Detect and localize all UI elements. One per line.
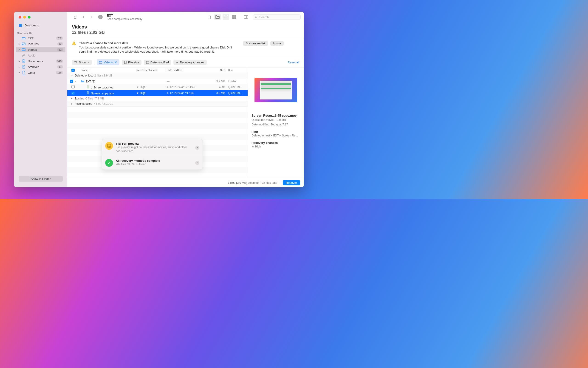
- header-date[interactable]: Date modified: [167, 69, 210, 72]
- group-deleted-lost[interactable]: ▼ Deleted or lost - 2 files / 3,9 MB: [67, 73, 248, 78]
- svg-point-29: [75, 61, 75, 62]
- file-size-filter[interactable]: File size: [122, 60, 141, 65]
- window-controls: [14, 12, 67, 22]
- scan-entire-disk-button[interactable]: Scan entire disk: [243, 41, 268, 46]
- sidebar-item-ext[interactable]: EXT 702: [16, 35, 65, 41]
- videos-filter-label: Videos: [104, 61, 113, 64]
- row-date: —: [167, 80, 210, 83]
- recovery-chances-filter[interactable]: ★ Recovery chances: [174, 60, 207, 65]
- preview-thumbnail[interactable]: [255, 78, 297, 102]
- videos-filter[interactable]: Videos ✕: [97, 59, 119, 65]
- ignore-button[interactable]: Ignore: [270, 41, 284, 46]
- header-recovery[interactable]: Recovery chances: [137, 69, 167, 72]
- sort-asc-icon: ⌃: [89, 69, 91, 72]
- preview-recovery-value: High: [255, 145, 261, 148]
- show-in-finder-button[interactable]: Show in Finder: [18, 176, 63, 182]
- sidebar-item-documents[interactable]: ▶ Documents 549: [16, 58, 65, 64]
- header-kind[interactable]: Kind: [227, 69, 248, 72]
- toggle-panel-button[interactable]: [243, 14, 249, 20]
- star-icon: ★: [176, 61, 178, 64]
- document-icon: [22, 59, 26, 63]
- toast-close-button[interactable]: ✕: [195, 161, 199, 165]
- home-button[interactable]: [72, 14, 78, 20]
- view-folder-button[interactable]: [214, 14, 221, 20]
- toast-tip: Tip: Full preview Full preview might be …: [102, 139, 202, 156]
- search-input[interactable]: Search: [253, 14, 301, 20]
- folder-icon: [81, 79, 84, 83]
- date-modified-label: Date modified: [150, 61, 169, 64]
- row-size: 3,9 MB: [210, 92, 227, 95]
- other-icon: [22, 71, 26, 74]
- group-existing[interactable]: ▶ Existing - 6 files / 7,8 MB: [67, 96, 248, 101]
- audio-icon: [22, 54, 26, 57]
- filter-bar: Show ▼ Videos ✕ File size Date modified …: [67, 57, 304, 67]
- toolbar: ✓ EXT Scan completed successfully Search: [67, 12, 304, 22]
- toast-title: Tip: Full preview: [116, 142, 193, 145]
- row-name: Screen...copy.mov: [91, 92, 114, 95]
- preview-recovery-label: Recovery chances: [251, 141, 300, 145]
- archive-icon: [22, 65, 26, 69]
- header-size[interactable]: Size: [210, 69, 227, 72]
- page-title: Videos: [72, 24, 299, 30]
- sidebar-item-audio[interactable]: Audio: [16, 53, 65, 58]
- row-checkbox[interactable]: −: [70, 80, 73, 83]
- sidebar-item-label: Videos: [28, 48, 37, 51]
- table-header: − Name⌃ Recovery chances Date modified S…: [67, 68, 248, 73]
- sidebar-item-other[interactable]: ▶ Other 118: [16, 70, 65, 75]
- view-grid-button[interactable]: [231, 14, 237, 20]
- file-size-label: File size: [128, 61, 139, 64]
- clear-filter-icon[interactable]: ✕: [114, 60, 117, 64]
- row-checkbox[interactable]: ✓: [72, 92, 75, 95]
- results-wrapper: − Name⌃ Recovery chances Date modified S…: [67, 67, 304, 178]
- chevron-right-icon: ▶: [18, 66, 21, 68]
- table-row[interactable]: −▼ EXT (2) — 3,9 MB Folder: [67, 78, 248, 84]
- show-filter[interactable]: Show ▼: [72, 60, 92, 65]
- toast-close-button[interactable]: ✕: [195, 146, 199, 150]
- chevron-right-icon: ▶: [71, 97, 73, 100]
- file-size-icon: [124, 61, 127, 64]
- sidebar-item-videos[interactable]: ▶ Videos 12: [16, 47, 65, 52]
- view-document-button[interactable]: [206, 14, 212, 20]
- sidebar-item-dashboard[interactable]: Dashboard: [14, 22, 67, 31]
- chevron-down-icon: ▼: [71, 74, 73, 77]
- row-date: 4. 12. 2024 at 12:11:49: [167, 85, 210, 89]
- svg-rect-33: [146, 61, 149, 64]
- svg-rect-20: [235, 15, 236, 17]
- table-row[interactable]: ✓ Screen...copy.mov ★High 4. 12. 2024 at…: [67, 90, 248, 96]
- recovery-chances-label: Recovery chances: [180, 61, 204, 64]
- sidebar-item-pictures[interactable]: ▶ Pictures 12: [16, 41, 65, 47]
- selection-status: 1 files (3,9 MB) selected, 702 files tot…: [228, 181, 277, 184]
- back-button[interactable]: [80, 14, 87, 20]
- banner-body: There's a chance to find more data You j…: [79, 41, 240, 54]
- group-meta: 4 files / 2,91 GB: [94, 102, 113, 105]
- chevron-down-icon[interactable]: ▼: [74, 80, 76, 83]
- banner-actions: Scan entire disk Ignore: [243, 41, 284, 54]
- toolbar-title-block: EXT Scan completed successfully: [107, 14, 142, 21]
- fullscreen-window-button[interactable]: [28, 16, 31, 18]
- header-check[interactable]: −: [67, 69, 76, 72]
- svg-point-1: [22, 38, 23, 39]
- header-name[interactable]: Name⌃: [76, 69, 137, 72]
- row-checkbox[interactable]: [72, 85, 75, 88]
- sidebar-badge: 12: [57, 48, 63, 51]
- toast-description: 702 files / 3,09 GB found: [116, 162, 193, 166]
- date-modified-filter[interactable]: Date modified: [144, 60, 171, 65]
- banner-text: You just successfully scanned a partitio…: [79, 46, 232, 54]
- file-icon: [86, 91, 90, 95]
- forward-button[interactable]: [88, 14, 95, 20]
- row-kind: QuickTim...: [227, 92, 248, 95]
- reset-all-link[interactable]: Reset all: [288, 61, 299, 64]
- view-list-button[interactable]: [222, 14, 229, 20]
- toolbar-subtitle: Scan completed successfully: [107, 18, 142, 21]
- svg-line-26: [257, 18, 258, 18]
- table-row[interactable]: ._Scree...opy.mov ★High 4. 12. 2024 at 1…: [67, 84, 248, 90]
- close-window-button[interactable]: [18, 16, 21, 18]
- sidebar-item-archives[interactable]: ▶ Archives 11: [16, 64, 65, 70]
- picture-icon: [22, 42, 26, 46]
- page-subtitle: 12 files / 2,92 GB: [72, 30, 299, 35]
- divider: [94, 60, 94, 65]
- minimize-window-button[interactable]: [23, 16, 26, 18]
- recover-button[interactable]: Recover: [283, 180, 300, 185]
- svg-rect-5: [22, 49, 25, 50]
- group-reconstructed[interactable]: ▶ Reconstructed - 4 files / 2,91 GB: [67, 101, 248, 107]
